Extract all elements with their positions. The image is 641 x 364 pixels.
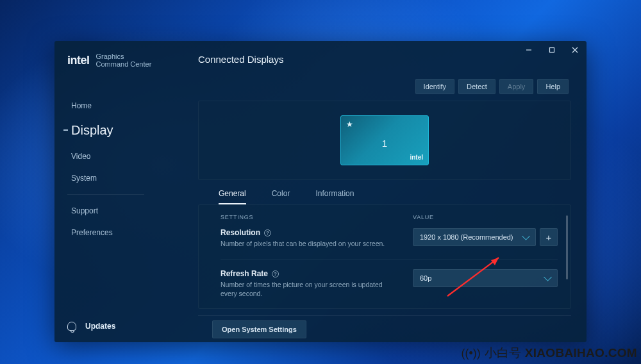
help-button[interactable]: Help	[537, 79, 569, 94]
action-buttons: Identify Detect Apply Help	[157, 79, 569, 94]
svg-rect-1	[550, 48, 554, 53]
setting-row-resolution: Resolution? Number of pixels that can be…	[221, 228, 558, 248]
detect-button[interactable]: Detect	[458, 79, 495, 94]
window-controls	[517, 41, 587, 59]
resolution-title: Resolution	[221, 228, 260, 237]
footer-row: Open System Settings	[198, 315, 571, 342]
connected-displays-panel: ★ 1 intel	[198, 101, 571, 180]
sidebar-item-system[interactable]: System	[54, 167, 157, 189]
resolution-value: 1920 x 1080 (Recommended)	[420, 233, 513, 241]
watermark-cn: 小白号	[485, 345, 521, 361]
sidebar-item-display[interactable]: Display	[54, 117, 157, 145]
brand: intel Graphics Command Center	[54, 53, 157, 68]
sidebar-nav: Home Display Video System Support Prefer…	[54, 95, 157, 244]
refresh-dropdown[interactable]: 60p	[413, 269, 558, 287]
chevron-down-icon	[544, 273, 552, 281]
sidebar: intel Graphics Command Center Home Displ…	[54, 41, 157, 342]
desktop-background: intel Graphics Command Center Home Displ…	[0, 0, 641, 364]
app-subtitle: Graphics Command Center	[96, 53, 157, 68]
close-button[interactable]	[563, 41, 587, 59]
watermark-url: XIAOBAIHAO.COM	[525, 346, 637, 360]
refresh-desc: Number of times the picture on your scre…	[221, 280, 394, 298]
sidebar-item-support[interactable]: Support	[54, 200, 157, 222]
row-divider	[221, 260, 558, 260]
monitor-number: 1	[341, 138, 428, 149]
tabs: General Color Information	[219, 189, 571, 204]
resolution-dropdown[interactable]: 1920 x 1080 (Recommended)	[413, 228, 536, 246]
app-window: intel Graphics Command Center Home Displ…	[54, 41, 587, 342]
chevron-down-icon	[522, 232, 530, 240]
add-resolution-button[interactable]: +	[540, 228, 558, 246]
apply-button[interactable]: Apply	[499, 79, 534, 94]
main-panel: Connected Displays Identify Detect Apply…	[157, 41, 587, 342]
sidebar-divider	[67, 194, 144, 195]
page-watermark: ((•)) 小白号 XIAOBAIHAO.COM	[462, 345, 637, 361]
minimize-button[interactable]	[517, 41, 540, 59]
refresh-title: Refresh Rate	[221, 269, 268, 278]
updates-label: Updates	[85, 322, 115, 331]
monitor-card-1[interactable]: ★ 1 intel	[340, 115, 429, 165]
sidebar-item-video[interactable]: Video	[54, 145, 157, 167]
column-headers: SETTINGS VALUE	[221, 214, 558, 220]
sidebar-updates[interactable]: Updates	[54, 322, 157, 342]
resolution-desc: Number of pixels that can be displayed o…	[221, 239, 394, 248]
bell-icon	[67, 322, 76, 331]
sidebar-item-home[interactable]: Home	[54, 95, 157, 117]
info-icon[interactable]: ?	[264, 229, 271, 236]
primary-star-icon: ★	[346, 120, 353, 129]
info-icon[interactable]: ?	[272, 270, 279, 277]
maximize-button[interactable]	[540, 41, 563, 59]
tab-information[interactable]: Information	[315, 189, 354, 204]
tab-color[interactable]: Color	[272, 189, 290, 204]
value-header: VALUE	[413, 214, 434, 220]
tab-general[interactable]: General	[219, 189, 246, 204]
sidebar-item-preferences[interactable]: Preferences	[54, 222, 157, 244]
setting-row-refresh: Refresh Rate? Number of times the pictur…	[221, 269, 558, 298]
refresh-value: 60p	[420, 274, 431, 282]
intel-logo: intel	[67, 54, 90, 67]
open-system-settings-button[interactable]: Open System Settings	[212, 320, 306, 338]
wifi-icon: ((•))	[462, 347, 481, 360]
identify-button[interactable]: Identify	[415, 79, 454, 94]
page-title: Connected Displays	[198, 54, 571, 65]
settings-panel: SETTINGS VALUE Resolution? Number of pix…	[198, 204, 571, 309]
monitor-brand: intel	[410, 154, 423, 161]
settings-header: SETTINGS	[221, 214, 413, 220]
scrollbar[interactable]	[566, 215, 568, 279]
